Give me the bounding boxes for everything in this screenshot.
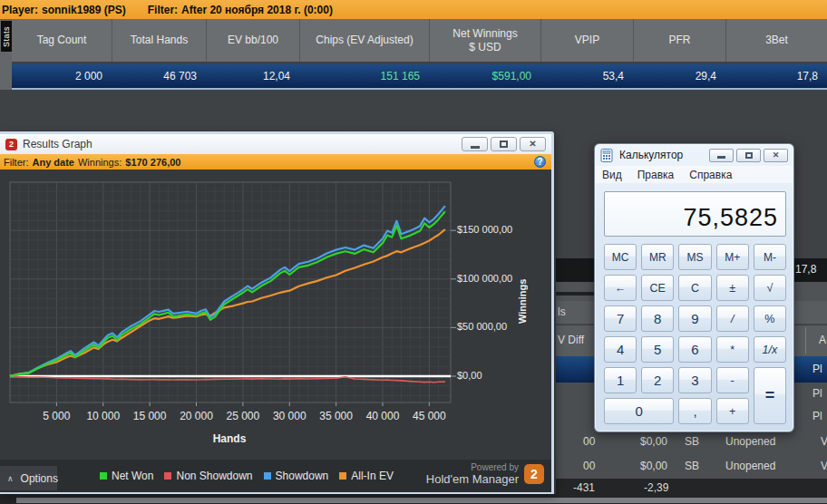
graph-filter-label: Filter:	[4, 157, 29, 168]
legend-swatch-all-in-ev	[339, 472, 346, 480]
calc-key-,[interactable]: ,	[678, 398, 711, 424]
legend-label: All-In EV	[351, 470, 394, 482]
calc-key-1[interactable]: 1	[604, 367, 637, 393]
legend-swatch-net-won	[100, 472, 107, 480]
hm2-logo-icon: 2	[5, 139, 17, 150]
cell-value: $0,00	[640, 435, 667, 448]
maximize-icon	[745, 152, 753, 159]
calc-key-1/x[interactable]: 1/x	[754, 336, 786, 363]
stats-table-row[interactable]: 2 000 46 703 12,04 151 165 $591,00 53,4 …	[12, 64, 827, 88]
column-header-pfr[interactable]: PFR	[633, 19, 725, 62]
calc-key-2[interactable]: 2	[641, 367, 674, 393]
cell-amount: 00	[583, 435, 595, 448]
legend-item-showdown: Showdown	[264, 470, 329, 482]
close-icon: ✕	[529, 140, 536, 149]
taskbar-edge	[16, 498, 827, 503]
winnings-label: Winnings:	[78, 157, 122, 168]
calc-key-%[interactable]: %	[754, 305, 786, 332]
cell-action: Unopened	[725, 460, 775, 472]
options-button[interactable]: ∧ Options	[0, 466, 57, 490]
calc-key-√[interactable]: √	[754, 275, 786, 301]
graph-bottom-bar: ∧ Options Net Won Non Showdown Showdown	[0, 460, 551, 492]
calc-key-←[interactable]: ←	[604, 275, 637, 301]
calc-key-/[interactable]: /	[716, 305, 749, 332]
options-label: Options	[21, 472, 58, 485]
selected-row-partial-text: Pl	[812, 363, 822, 375]
calc-key-5[interactable]: 5	[641, 336, 674, 363]
player-label: Player:	[2, 4, 38, 16]
menu-help[interactable]: Справка	[689, 169, 732, 181]
cell-chips-ev: 151 165	[299, 64, 429, 88]
winnings-value: $170 276,00	[125, 157, 180, 168]
column-header-net-winnings[interactable]: Net Winnings $ USD	[429, 19, 540, 62]
results-graph-window: 2 Results Graph ✕ Filter: Any date Winni…	[0, 131, 554, 494]
minimize-button[interactable]	[462, 137, 488, 151]
y-axis-tick: $0,00	[457, 370, 482, 381]
player-filter-bar: Player: sonnik1989 (PS) Filter: After 20…	[0, 0, 827, 19]
y-axis-tick: $100 000,00	[457, 273, 512, 284]
chevron-up-icon: ∧	[7, 474, 14, 483]
column-header-vpip[interactable]: VPIP	[540, 19, 633, 62]
ev-diff-column-header[interactable]: V Diff	[558, 334, 584, 346]
calc-key-=[interactable]: =	[754, 367, 786, 424]
calculator-display: 75,5825	[604, 191, 786, 237]
minimize-button[interactable]	[709, 149, 734, 162]
chart-legend: Net Won Non Showdown Showdown All-In EV	[100, 460, 394, 492]
cell-action: Unopened	[725, 435, 775, 448]
brand-name: Hold'em Manager	[426, 472, 519, 486]
cell-partial: V	[821, 460, 827, 472]
calc-key-3[interactable]: 3	[678, 367, 711, 393]
summary-value-2: -2,39	[644, 481, 668, 494]
calc-key-±[interactable]: ±	[716, 275, 749, 301]
close-button[interactable]: ✕	[764, 149, 788, 162]
y-axis-tick: $50 000,00	[457, 321, 507, 332]
legend-label: Showdown	[276, 470, 329, 482]
divider-line	[556, 292, 595, 296]
menu-view[interactable]: Вид	[602, 169, 622, 181]
column-header-total-hands[interactable]: Total Hands	[112, 19, 206, 62]
maximize-button[interactable]	[491, 137, 517, 151]
cell-value: $0,00	[640, 460, 667, 472]
calculator-title: Калькулятор	[619, 149, 683, 161]
table-row[interactable]: 00 $0,00 SB Unopened V	[556, 431, 827, 453]
calc-key-C[interactable]: C	[678, 275, 711, 301]
calc-key-0[interactable]: 0	[604, 398, 674, 424]
y-axis-tick: $150 000,00	[457, 224, 512, 235]
calc-key--[interactable]: -	[716, 367, 749, 393]
cell-pfr: 29,4	[633, 64, 725, 88]
maximize-button[interactable]	[736, 149, 761, 162]
column-header-chips-ev[interactable]: Chips (EV Adjusted)	[299, 19, 429, 62]
calc-key-6[interactable]: 6	[678, 336, 711, 363]
column-header-3bet[interactable]: 3Bet	[725, 19, 827, 62]
calc-key-4[interactable]: 4	[604, 336, 637, 363]
legend-label: Net Won	[112, 470, 153, 482]
stats-row-underline	[12, 88, 827, 90]
legend-swatch-showdown	[264, 472, 271, 480]
menu-edit[interactable]: Правка	[637, 169, 675, 181]
calc-key-9[interactable]: 9	[678, 305, 711, 332]
cell-3bet: 17,8	[725, 64, 827, 88]
column-header-tag-count[interactable]: Tag Count	[12, 19, 112, 62]
row-partial-text: Pl	[812, 410, 822, 422]
calc-key-7[interactable]: 7	[604, 305, 637, 332]
calc-key-*[interactable]: *	[716, 336, 749, 363]
calc-key-M+[interactable]: M+	[716, 244, 749, 270]
calc-key-8[interactable]: 8	[641, 305, 674, 332]
close-button[interactable]: ✕	[520, 137, 546, 151]
partial-column-header[interactable]: A	[819, 334, 826, 346]
table-row[interactable]: 00 $0,00 SB Unopened V	[556, 455, 827, 478]
column-header-ev-bb100[interactable]: EV bb/100	[206, 19, 299, 62]
calc-key-MC[interactable]: MC	[604, 244, 637, 270]
calc-key-MR[interactable]: MR	[641, 244, 674, 270]
calculator-titlebar[interactable]: Калькулятор ✕	[595, 144, 793, 166]
powered-by-label: Powered by	[426, 462, 519, 472]
calc-key-CE[interactable]: CE	[641, 275, 674, 301]
results-graph-titlebar[interactable]: 2 Results Graph ✕	[0, 134, 551, 154]
calc-key-MS[interactable]: MS	[678, 244, 711, 270]
calc-key-+[interactable]: +	[716, 398, 749, 424]
calc-key-M-[interactable]: M-	[754, 244, 786, 270]
filter-value: After 20 ноября 2018 г. (0:00)	[181, 4, 333, 16]
tab-stats[interactable]: Stats	[1, 21, 12, 52]
help-icon[interactable]: ?	[534, 156, 546, 168]
legend-item-net-won: Net Won	[100, 470, 153, 482]
